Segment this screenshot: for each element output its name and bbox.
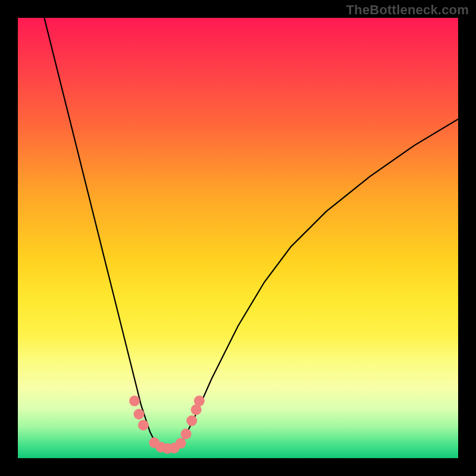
data-marker xyxy=(138,420,149,431)
data-marker xyxy=(181,428,192,439)
data-marker xyxy=(176,438,186,449)
chart-frame: TheBottleneck.com xyxy=(0,0,476,476)
bottleneck-curve xyxy=(44,18,458,449)
data-marker xyxy=(186,415,197,426)
data-marker xyxy=(194,396,205,406)
plot-area xyxy=(18,18,458,458)
watermark-text: TheBottleneck.com xyxy=(346,2,469,18)
data-marker xyxy=(129,396,140,406)
curve-layer xyxy=(18,18,458,458)
data-marker xyxy=(134,409,145,419)
